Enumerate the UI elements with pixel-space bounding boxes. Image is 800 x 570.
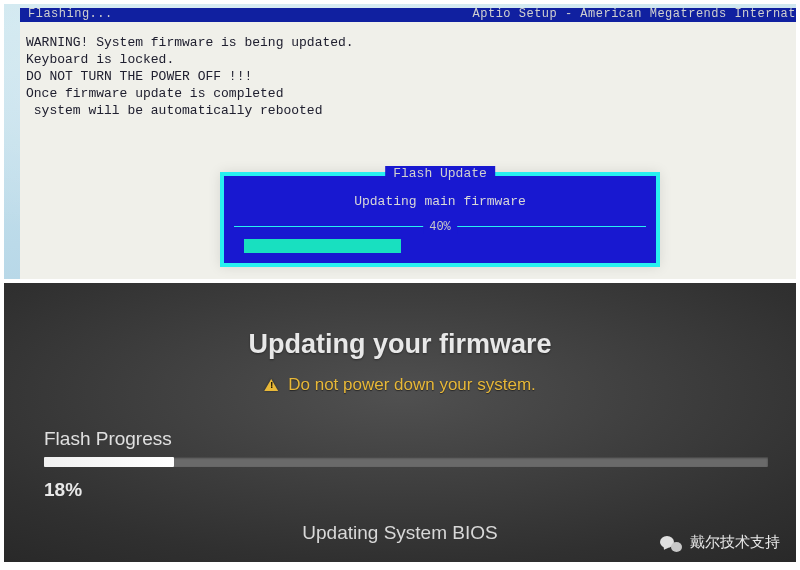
flash-dialog-message: Updating main firmware: [354, 194, 526, 209]
firmware-title: Updating your firmware: [248, 329, 551, 360]
bios-brand-text: Aptio Setup - American Megatrends Intern…: [473, 7, 796, 21]
flashing-status: Flashing...: [28, 7, 113, 21]
flash-percent-label: 40%: [423, 220, 457, 234]
flash-progress-track-2: [44, 457, 768, 467]
warn-line-5: system will be automatically rebooted: [26, 103, 322, 118]
flash-status-text: Updating System BIOS: [302, 522, 497, 544]
bios-header-bar: Flashing... Aptio Setup - American Megat…: [20, 8, 796, 22]
warn-line-3: DO NOT TURN THE POWER OFF !!!: [26, 69, 252, 84]
firmware-warning-text: Do not power down your system.: [288, 375, 536, 395]
flash-progress-track: [244, 239, 636, 253]
bios-flash-screen: Flashing... Aptio Setup - American Megat…: [4, 4, 796, 279]
firmware-warning-block: WARNING! System firmware is being update…: [26, 34, 354, 119]
flash-progress-label: Flash Progress: [44, 428, 172, 450]
warn-line-1: WARNING! System firmware is being update…: [26, 35, 354, 50]
warn-line-4: Once firmware update is completed: [26, 86, 283, 101]
flash-dialog-title: Flash Update: [385, 166, 495, 181]
wechat-icon: [660, 534, 682, 552]
flash-progress-fill-2: [44, 457, 174, 467]
flash-progress-fill: [244, 239, 401, 253]
firmware-warning-row: Do not power down your system.: [264, 375, 536, 395]
bios-body: WARNING! System firmware is being update…: [20, 22, 796, 279]
firmware-update-screen: Updating your firmware Do not power down…: [4, 283, 796, 562]
warn-line-2: Keyboard is locked.: [26, 52, 174, 67]
flash-progress-percent: 18%: [44, 479, 82, 501]
wechat-branding: 戴尔技术支持: [660, 533, 780, 552]
flash-update-dialog: Flash Update Updating main firmware 40%: [220, 172, 660, 267]
warning-icon: [264, 379, 278, 391]
branding-text: 戴尔技术支持: [690, 533, 780, 552]
